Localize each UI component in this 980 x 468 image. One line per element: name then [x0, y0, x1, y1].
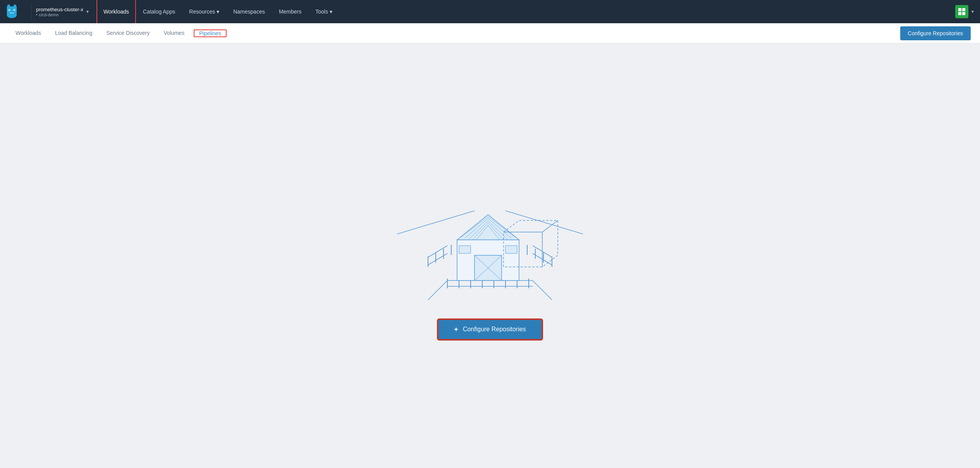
nav-link-resources[interactable]: Resources ▾: [182, 0, 226, 23]
configure-repositories-button-center[interactable]: + Configure Repositories: [438, 319, 542, 340]
nav-right-section: ▾: [955, 5, 974, 18]
nav-link-members[interactable]: Members: [272, 0, 308, 23]
cluster-name: prometheus-cluster-x: [36, 7, 83, 12]
svg-rect-13: [962, 12, 965, 15]
configure-btn-label: Configure Repositories: [463, 326, 526, 333]
logo-area[interactable]: [6, 4, 28, 19]
svg-point-5: [7, 12, 17, 18]
svg-point-9: [14, 10, 15, 10]
main-content: + Configure Repositories: [0, 43, 980, 468]
sub-nav-volumes[interactable]: Volumes: [157, 23, 191, 43]
tools-chevron-icon: ▾: [330, 9, 332, 15]
nav-link-workloads[interactable]: Workloads: [96, 0, 136, 23]
svg-rect-56: [505, 246, 517, 253]
top-nav-links: Workloads Catalog Apps Resources ▾ Names…: [96, 0, 955, 23]
project-name: ▪ cicd-demo: [36, 12, 83, 17]
svg-rect-11: [962, 8, 965, 11]
svg-point-8: [9, 10, 10, 10]
svg-rect-4: [14, 5, 16, 8]
svg-rect-55: [459, 246, 471, 253]
sub-nav-pipelines[interactable]: Pipelines: [194, 29, 227, 37]
user-menu-chevron-icon[interactable]: ▾: [971, 9, 974, 14]
project-icon: ▪: [36, 12, 38, 17]
svg-line-39: [533, 280, 552, 300]
svg-line-17: [428, 253, 447, 265]
cluster-chevron-icon[interactable]: ▾: [86, 9, 89, 14]
empty-state: + Configure Repositories: [397, 172, 583, 340]
svg-rect-10: [958, 8, 961, 11]
sub-nav-links: Workloads Load Balancing Service Discove…: [9, 23, 900, 43]
sub-nav-workloads[interactable]: Workloads: [9, 23, 47, 43]
configure-repositories-button-top[interactable]: Configure Repositories: [900, 26, 971, 40]
user-avatar[interactable]: [955, 5, 968, 18]
svg-line-38: [428, 280, 447, 300]
sub-navigation: Workloads Load Balancing Service Discove…: [0, 23, 980, 43]
svg-line-16: [428, 246, 447, 257]
sub-nav-service-discovery[interactable]: Service Discovery: [100, 23, 156, 43]
nav-link-namespaces[interactable]: Namespaces: [226, 0, 272, 23]
svg-rect-12: [958, 12, 961, 15]
plus-icon: +: [454, 325, 458, 334]
svg-line-14: [397, 211, 475, 234]
svg-rect-3: [8, 5, 10, 8]
cluster-selector[interactable]: prometheus-cluster-x ▪ cicd-demo ▾: [31, 4, 93, 19]
svg-marker-59: [542, 220, 558, 267]
nav-link-catalog-apps[interactable]: Catalog Apps: [136, 0, 182, 23]
top-navigation: prometheus-cluster-x ▪ cicd-demo ▾ Workl…: [0, 0, 980, 23]
nav-link-tools[interactable]: Tools ▾: [308, 0, 339, 23]
farm-illustration: [397, 172, 583, 304]
sub-nav-load-balancing[interactable]: Load Balancing: [49, 23, 99, 43]
resources-chevron-icon: ▾: [217, 9, 219, 15]
